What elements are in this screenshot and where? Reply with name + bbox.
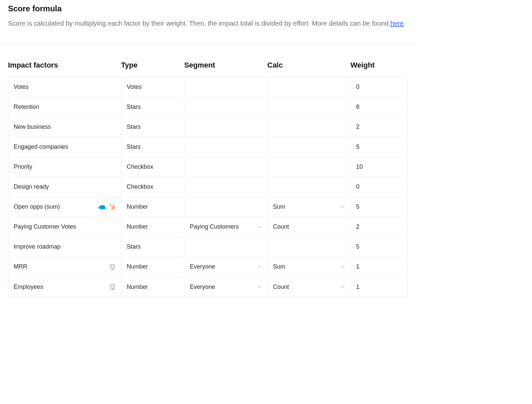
cell-calc <box>268 117 351 137</box>
factor-name: Improve roadmap <box>14 243 61 250</box>
cell-segment <box>185 137 268 157</box>
cell-factor-name: Votes <box>8 77 121 97</box>
type-value: Stars <box>127 103 141 110</box>
chevron-down-icon <box>257 264 262 270</box>
cell-calc <box>268 157 351 177</box>
segment-select[interactable]: Everyone <box>190 284 262 291</box>
cell-type: Number <box>121 197 185 217</box>
cell-calc <box>268 177 351 197</box>
integration-icons <box>109 284 116 290</box>
cell-type: Number <box>121 257 185 277</box>
calc-select[interactable]: Sum <box>273 263 345 270</box>
integration-icons <box>109 264 116 270</box>
cell-segment[interactable]: Everyone <box>185 257 268 277</box>
cell-weight[interactable]: 0 <box>351 77 408 97</box>
calc-select[interactable]: Sum <box>273 203 345 210</box>
weight-value: 5 <box>356 203 359 210</box>
factor-name: Open opps (sum) <box>14 203 60 210</box>
col-impact-factors: Impact factors <box>8 61 121 70</box>
svg-rect-8 <box>110 205 113 207</box>
details-link[interactable]: here <box>390 20 404 27</box>
cell-weight[interactable]: 10 <box>351 157 408 177</box>
chevron-down-icon <box>257 224 262 230</box>
cell-factor-name: Engaged companies <box>8 137 121 157</box>
weight-value: 0 <box>356 84 359 91</box>
weight-value: 5 <box>356 243 359 250</box>
svg-rect-23 <box>113 287 114 288</box>
weight-value: 1 <box>356 284 359 291</box>
section-divider <box>0 45 416 45</box>
cell-calc[interactable]: Sum <box>268 197 351 217</box>
impact-factors-table: VotesVotes0RetentionStars8New businessSt… <box>8 77 408 297</box>
cell-weight[interactable]: 1 <box>351 277 408 297</box>
cell-weight[interactable]: 1 <box>351 257 408 277</box>
type-value: Number <box>127 263 148 270</box>
factor-name: MRR <box>14 263 27 270</box>
svg-rect-22 <box>111 287 112 288</box>
cell-factor-name: Retention <box>8 97 121 117</box>
calc-value: Sum <box>273 263 285 270</box>
cell-weight[interactable]: 5 <box>351 197 408 217</box>
table-row[interactable]: Engaged companiesStars5 <box>8 137 407 157</box>
description-text: Score is calculated by multiplying each … <box>8 20 390 27</box>
weight-value: 8 <box>356 103 359 110</box>
cell-type: Checkbox <box>121 157 185 177</box>
integration-icons <box>98 204 116 210</box>
type-value: Number <box>127 223 148 230</box>
cell-calc[interactable]: Count <box>268 277 351 297</box>
score-formula-section: Score formula Score is calculated by mul… <box>0 0 416 310</box>
cell-factor-name: New business <box>8 117 121 137</box>
type-value: Votes <box>127 84 142 91</box>
cell-type: Stars <box>121 237 185 257</box>
cell-weight[interactable]: 5 <box>351 237 408 257</box>
cell-factor-name: Open opps (sum) <box>8 197 121 217</box>
cell-factor-name: Design ready <box>8 177 121 197</box>
svg-rect-24 <box>112 288 113 289</box>
weight-value: 1 <box>356 263 359 270</box>
cell-calc <box>268 97 351 117</box>
table-row[interactable]: Design readyCheckbox0 <box>8 177 407 197</box>
table-row[interactable]: RetentionStars8 <box>8 97 407 117</box>
calc-value: Sum <box>273 203 285 210</box>
cell-type: Checkbox <box>121 177 185 197</box>
factor-name: Design ready <box>14 183 49 190</box>
type-value: Stars <box>127 243 141 250</box>
table-row[interactable]: EmployeesNumberEveryoneCount1 <box>8 277 407 297</box>
table-row[interactable]: Paying Customer VotesNumberPaying Custom… <box>8 217 407 237</box>
cell-type: Number <box>121 217 185 237</box>
cell-weight[interactable]: 2 <box>351 117 408 137</box>
table-row[interactable]: Improve roadmapStars5 <box>8 237 407 257</box>
table-row[interactable]: Open opps (sum)NumberSum5 <box>8 197 407 217</box>
cell-calc[interactable]: Sum <box>268 257 351 277</box>
svg-rect-20 <box>111 285 112 286</box>
svg-point-6 <box>113 207 114 208</box>
table-row[interactable]: VotesVotes0 <box>8 77 407 97</box>
type-value: Stars <box>127 143 141 150</box>
cell-type: Votes <box>121 77 185 97</box>
factor-name: Votes <box>14 84 29 91</box>
cell-weight[interactable]: 0 <box>351 177 408 197</box>
col-weight: Weight <box>350 61 410 70</box>
building-icon <box>109 284 116 290</box>
cell-calc <box>268 137 351 157</box>
cell-segment[interactable]: Everyone <box>185 277 268 297</box>
cell-type: Stars <box>121 117 185 137</box>
cell-type: Stars <box>121 97 185 117</box>
cell-type: Number <box>121 277 185 297</box>
segment-select[interactable]: Everyone <box>190 263 262 270</box>
description-period: . <box>404 20 406 27</box>
svg-rect-14 <box>111 265 112 266</box>
segment-select[interactable]: Paying Customers <box>190 223 262 230</box>
calc-select[interactable]: Count <box>273 284 345 291</box>
cell-weight[interactable]: 2 <box>351 217 408 237</box>
table-row[interactable]: MRRNumberEveryoneSum1 <box>8 257 407 277</box>
svg-rect-15 <box>113 265 114 266</box>
factor-name: New business <box>14 123 51 130</box>
cell-segment <box>185 197 268 217</box>
cell-factor-name: Employees <box>8 277 121 297</box>
table-row[interactable]: PriorityCheckbox10 <box>8 157 407 177</box>
cell-weight[interactable]: 5 <box>351 137 408 157</box>
cell-weight[interactable]: 8 <box>351 97 408 117</box>
cell-segment[interactable]: Paying Customers <box>185 217 268 237</box>
table-row[interactable]: New businessStars2 <box>8 117 407 137</box>
